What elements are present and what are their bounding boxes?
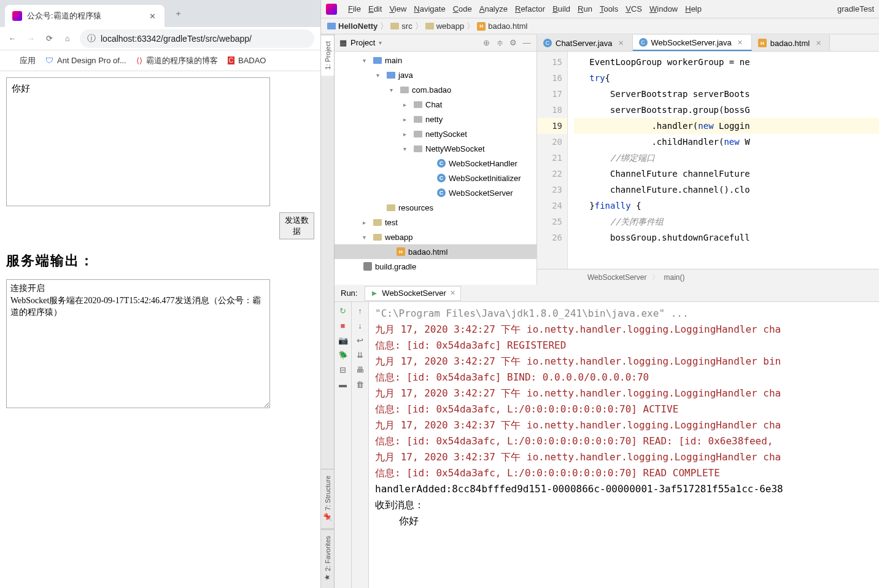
menu-refactor[interactable]: Refactor bbox=[515, 4, 545, 14]
address-bar[interactable]: ⓘ localhost:63342/gradleTest/src/webapp/ bbox=[80, 29, 314, 48]
chevron-icon: 〉 bbox=[380, 21, 388, 32]
tree-row[interactable]: CWebSocketInitializer bbox=[335, 171, 536, 185]
menu-view[interactable]: View bbox=[389, 4, 406, 14]
breadcrumb-class[interactable]: WebSocketServer bbox=[587, 273, 647, 282]
menu-edit[interactable]: Edit bbox=[368, 4, 382, 14]
layout-icon[interactable]: ▬ bbox=[338, 379, 348, 389]
breadcrumb-method[interactable]: main() bbox=[664, 273, 685, 282]
menu-bar: FileEditViewNavigateCodeAnalyzeRefactorB… bbox=[321, 0, 879, 18]
run-tab[interactable]: ► WebSocketServer ✕ bbox=[365, 286, 460, 301]
exit-icon[interactable]: ⊟ bbox=[338, 365, 348, 374]
browser-tab[interactable]: 公众号:霸道的程序猿 ✕ bbox=[5, 5, 165, 27]
rerun-icon[interactable]: ↻ bbox=[338, 306, 348, 315]
favorites-tool-tab[interactable]: ★2: Favorites bbox=[321, 529, 334, 588]
star-icon: ★ bbox=[323, 573, 332, 582]
up-icon[interactable]: ↑ bbox=[355, 306, 365, 315]
back-button[interactable]: ← bbox=[6, 33, 18, 45]
send-button[interactable]: 发送数据 bbox=[279, 212, 314, 239]
address-text: localhost:63342/gradleTest/src/webapp/ bbox=[101, 34, 252, 44]
project-panel-header: ▦ Project ▾ ⊕ ≑ ⚙ — bbox=[335, 34, 536, 52]
file-tab[interactable]: CWebSocketServer.java✕ bbox=[633, 35, 752, 51]
run-tab-label: WebSocketServer bbox=[382, 288, 446, 298]
tree-row[interactable]: ▾com.badao bbox=[335, 82, 536, 97]
close-icon[interactable]: ✕ bbox=[147, 11, 157, 21]
tree-row[interactable]: build.gradle bbox=[335, 259, 536, 274]
tree-row[interactable]: ▸test bbox=[335, 215, 536, 230]
menu-code[interactable]: Code bbox=[453, 4, 472, 14]
file-tabs: CChatServer.java✕CWebSocketServer.java✕H… bbox=[537, 34, 879, 52]
tree-row[interactable]: ▸nettySocket bbox=[335, 126, 536, 141]
tree-row[interactable]: ▾main bbox=[335, 53, 536, 68]
console-output[interactable]: "C:\Program Files\Java\jdk1.8.0_241\bin\… bbox=[369, 302, 879, 588]
run-header: Run: ► WebSocketServer ✕ bbox=[335, 285, 879, 302]
menu-file[interactable]: File bbox=[348, 4, 361, 14]
tool-label: 1: Project bbox=[324, 41, 331, 69]
menu-tools[interactable]: Tools bbox=[600, 4, 618, 14]
c-icon: C bbox=[228, 56, 234, 64]
menu-navigate[interactable]: Navigate bbox=[414, 4, 445, 14]
new-tab-button[interactable]: ＋ bbox=[169, 5, 187, 22]
home-button[interactable]: ⌂ bbox=[61, 33, 74, 45]
close-icon[interactable]: ✕ bbox=[450, 289, 455, 297]
bookmark-label: Ant Design Pro of... bbox=[57, 56, 126, 65]
bookmark-bar: 应用 🛡 Ant Design Pro of... ⟨⟩ 霸道的程序猿的博客 C… bbox=[0, 50, 320, 71]
wrap-icon[interactable]: ↩ bbox=[355, 335, 365, 345]
tree-row[interactable]: CWebSocketServer bbox=[335, 185, 536, 200]
menu-analyze[interactable]: Analyze bbox=[479, 4, 508, 14]
reload-button[interactable]: ⟳ bbox=[43, 33, 55, 45]
forward-button[interactable]: → bbox=[25, 33, 37, 45]
ant-bookmark[interactable]: 🛡 Ant Design Pro of... bbox=[45, 56, 126, 65]
tree-row[interactable]: ▾NettyWebSocket bbox=[335, 141, 536, 156]
hide-icon[interactable]: — bbox=[522, 38, 532, 48]
intellij-icon bbox=[326, 4, 337, 15]
camera-icon[interactable]: 📷 bbox=[338, 335, 348, 345]
project-name: gradleTest bbox=[837, 4, 874, 14]
breadcrumb-item[interactable]: Hbadao.html bbox=[477, 21, 527, 31]
file-tab[interactable]: Hbadao.html✕ bbox=[752, 35, 830, 51]
tree-row[interactable]: ▾webapp bbox=[335, 230, 536, 244]
code-area[interactable]: 151617181920212223242526 EventLoopGroup … bbox=[537, 52, 879, 269]
tree-row[interactable]: CWebSocketHandler bbox=[335, 156, 536, 171]
chevron-down-icon[interactable]: ▾ bbox=[379, 39, 382, 46]
tree-row[interactable]: ▸netty bbox=[335, 112, 536, 126]
collapse-icon[interactable]: ≑ bbox=[495, 38, 505, 48]
tree-row[interactable]: ▾java bbox=[335, 68, 536, 82]
breadcrumb-item[interactable]: src bbox=[390, 21, 412, 31]
apps-bookmark[interactable]: 应用 bbox=[6, 55, 36, 66]
menu-run[interactable]: Run bbox=[578, 4, 592, 14]
project-tool-tab[interactable]: 1: Project bbox=[321, 34, 334, 75]
output-textarea[interactable] bbox=[6, 279, 270, 408]
down-icon[interactable]: ↓ bbox=[355, 320, 365, 330]
breadcrumb: HelloNetty 〉 src 〉 webapp 〉 Hbadao.html bbox=[321, 18, 879, 34]
scroll-icon[interactable]: ⇊ bbox=[355, 350, 365, 360]
menu-vcs[interactable]: VCS bbox=[625, 4, 642, 14]
pin-icon: 📌 bbox=[323, 513, 332, 522]
editor-panel: CChatServer.java✕CWebSocketServer.java✕H… bbox=[537, 34, 879, 285]
run-panel: Run: ► WebSocketServer ✕ ↻ ■ 📷 🪲 bbox=[335, 285, 879, 588]
bug-icon[interactable]: 🪲 bbox=[338, 350, 348, 360]
stop-icon[interactable]: ■ bbox=[338, 320, 348, 330]
chevron-icon: 〉 bbox=[467, 21, 474, 32]
menu-help[interactable]: Help bbox=[685, 4, 702, 14]
tool-label: 7: Structure bbox=[324, 476, 331, 511]
structure-tool-tab[interactable]: 📌7: Structure bbox=[321, 469, 334, 529]
tree-row[interactable]: ▸Chat bbox=[335, 97, 536, 112]
gutter: 151617181920212223242526 bbox=[537, 52, 568, 269]
print-icon[interactable]: 🖶 bbox=[355, 365, 365, 374]
tree-row[interactable]: Hbadao.html bbox=[335, 244, 536, 259]
tab-favicon-icon bbox=[12, 11, 22, 21]
code-lines[interactable]: EventLoopGroup workerGroup = ne try{ Ser… bbox=[568, 52, 879, 269]
file-tab[interactable]: CChatServer.java✕ bbox=[537, 35, 633, 51]
run-tools-left: ↻ ■ 📷 🪲 ⊟ ▬ bbox=[335, 302, 352, 588]
message-input[interactable] bbox=[6, 77, 270, 206]
target-icon[interactable]: ⊕ bbox=[481, 38, 491, 48]
menu-window[interactable]: Window bbox=[649, 4, 678, 14]
breadcrumb-item[interactable]: HelloNetty bbox=[327, 21, 378, 31]
tree-row[interactable]: resources bbox=[335, 200, 536, 215]
trash-icon[interactable]: 🗑 bbox=[355, 379, 365, 389]
menu-build[interactable]: Build bbox=[552, 4, 570, 14]
breadcrumb-item[interactable]: webapp bbox=[425, 21, 465, 31]
blog-bookmark[interactable]: ⟨⟩ 霸道的程序猿的博客 bbox=[136, 55, 218, 66]
badao-bookmark[interactable]: C BADAO bbox=[228, 56, 266, 65]
settings-icon[interactable]: ⚙ bbox=[508, 38, 518, 48]
